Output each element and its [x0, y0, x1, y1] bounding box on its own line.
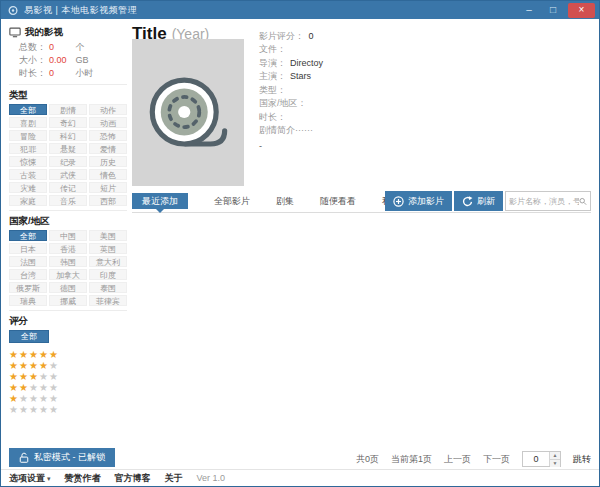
- tag-奇幻[interactable]: 奇幻: [49, 117, 87, 128]
- rating-filter-5-stars[interactable]: ★★★★★: [9, 347, 127, 358]
- tag-冒险[interactable]: 冒险: [9, 130, 47, 141]
- next-page-button[interactable]: 下一页: [483, 453, 510, 466]
- detail-field: 类型：: [259, 84, 323, 98]
- tag-德国[interactable]: 德国: [49, 282, 87, 293]
- jump-button[interactable]: 跳转: [573, 453, 591, 466]
- search-box: [505, 191, 591, 211]
- field-label: 类型：: [259, 85, 286, 95]
- add-movie-button[interactable]: 添加影片: [385, 191, 452, 211]
- my-videos-stats: 总数：0 个大小：0.00 GB时长：0 小时: [19, 41, 127, 80]
- tag-灾难[interactable]: 灾难: [9, 182, 47, 193]
- tag-瑞典[interactable]: 瑞典: [9, 295, 47, 306]
- tab-全部影片[interactable]: 全部影片: [214, 193, 250, 209]
- app-body: 我的影视 总数：0 个大小：0.00 GB时长：0 小时 类型 全部剧情动作喜剧…: [1, 19, 599, 486]
- private-mode-button[interactable]: 私密模式 - 已解锁: [9, 448, 115, 467]
- tag-香港[interactable]: 香港: [49, 243, 87, 254]
- tag-古装[interactable]: 古装: [9, 169, 47, 180]
- maximize-button[interactable]: □: [541, 3, 565, 18]
- tag-剧情[interactable]: 剧情: [49, 104, 87, 115]
- footer-link-2[interactable]: 赞赏作者: [64, 472, 100, 485]
- tag-动画[interactable]: 动画: [89, 117, 127, 128]
- tag-纪录[interactable]: 纪录: [49, 156, 87, 167]
- stat-value: 0: [49, 41, 73, 54]
- tag-中国[interactable]: 中国: [49, 230, 87, 241]
- score-value: 0: [309, 31, 314, 41]
- tag-俄罗斯[interactable]: 俄罗斯: [9, 282, 47, 293]
- rating-filter-3-stars[interactable]: ★★★★★: [9, 369, 127, 380]
- tag-全部[interactable]: 全部: [9, 230, 47, 241]
- tag-菲律宾[interactable]: 菲律宾: [89, 295, 127, 306]
- rating-filter-2-stars[interactable]: ★★★★★: [9, 380, 127, 391]
- tag-情色[interactable]: 情色: [89, 169, 127, 180]
- tag-惊悚[interactable]: 惊悚: [9, 156, 47, 167]
- tag-短片[interactable]: 短片: [89, 182, 127, 193]
- footer-link-1[interactable]: 选项设置 ▾: [9, 472, 50, 485]
- tag-挪威[interactable]: 挪威: [49, 295, 87, 306]
- chevron-down-icon: ▾: [45, 475, 50, 482]
- tag-武侠[interactable]: 武侠: [49, 169, 87, 180]
- tag-爱情[interactable]: 爱情: [89, 143, 127, 154]
- rating-filter-0-stars[interactable]: ★★★★★: [9, 402, 127, 413]
- footer-link-3[interactable]: 官方博客: [114, 472, 150, 485]
- refresh-button[interactable]: 刷新: [454, 191, 503, 211]
- tag-泰国[interactable]: 泰国: [89, 282, 127, 293]
- window-controls: – □ ×: [517, 1, 595, 19]
- tag-韩国[interactable]: 韩国: [49, 256, 87, 267]
- tag-音乐[interactable]: 音乐: [49, 195, 87, 206]
- tag-台湾[interactable]: 台湾: [9, 269, 47, 280]
- tag-喜剧[interactable]: 喜剧: [9, 117, 47, 128]
- close-button[interactable]: ×: [568, 3, 595, 18]
- stat-value: 0: [49, 67, 73, 80]
- tag-家庭[interactable]: 家庭: [9, 195, 47, 206]
- prev-page-button[interactable]: 上一页: [444, 453, 471, 466]
- tag-悬疑[interactable]: 悬疑: [49, 143, 87, 154]
- tag-美国[interactable]: 美国: [89, 230, 127, 241]
- spinner-down-icon[interactable]: ▼: [550, 460, 560, 467]
- tag-传记[interactable]: 传记: [49, 182, 87, 193]
- tag-科幻[interactable]: 科幻: [49, 130, 87, 141]
- window-title: 易影视 | 本地电影视频管理: [24, 4, 137, 17]
- tag-意大利[interactable]: 意大利: [89, 256, 127, 267]
- field-value: Stars: [290, 71, 311, 81]
- tag-恐怖[interactable]: 恐怖: [89, 130, 127, 141]
- tab-随便看看[interactable]: 随便看看: [320, 193, 356, 209]
- search-input[interactable]: [509, 197, 579, 206]
- detail-field: 主演：Stars: [259, 70, 323, 84]
- star-icon: ★: [39, 404, 49, 415]
- tag-法国[interactable]: 法国: [9, 256, 47, 267]
- genre-section-title: 类型: [9, 89, 127, 101]
- tag-全部[interactable]: 全部: [9, 104, 47, 115]
- stat-unit: GB: [73, 55, 89, 65]
- app-window: 易影视 | 本地电影视频管理 – □ × 我的影视 总数：0 个大小：0.00 …: [0, 0, 600, 487]
- field-label: 主演：: [259, 71, 286, 81]
- rating-rows: ★★★★★★★★★★★★★★★★★★★★★★★★★★★★★★: [9, 347, 127, 413]
- rating-all-button[interactable]: 全部: [9, 330, 49, 343]
- star-icon: ★: [29, 404, 39, 415]
- tag-历史[interactable]: 历史: [89, 156, 127, 167]
- tag-印度[interactable]: 印度: [89, 269, 127, 280]
- tab-最近添加[interactable]: 最近添加: [132, 193, 188, 209]
- tag-犯罪[interactable]: 犯罪: [9, 143, 47, 154]
- tag-加拿大[interactable]: 加拿大: [49, 269, 87, 280]
- unlock-icon: [19, 452, 29, 463]
- add-movie-label: 添加影片: [408, 195, 444, 208]
- minimize-button[interactable]: –: [517, 3, 541, 18]
- star-icon: ★: [9, 404, 19, 415]
- page-number-input[interactable]: [523, 452, 549, 466]
- rating-filter-4-stars[interactable]: ★★★★★: [9, 358, 127, 369]
- tab-剧集[interactable]: 剧集: [276, 193, 294, 209]
- stat-unit: 小时: [73, 68, 94, 78]
- field-value: Directoy: [290, 58, 323, 68]
- tag-英国[interactable]: 英国: [89, 243, 127, 254]
- detail-field: 文件：: [259, 43, 323, 57]
- field-label: 时长：: [259, 112, 286, 122]
- tag-日本[interactable]: 日本: [9, 243, 47, 254]
- stat-unit: 个: [73, 42, 85, 52]
- divider: [9, 210, 127, 211]
- tag-西部[interactable]: 西部: [89, 195, 127, 206]
- tag-动作[interactable]: 动作: [89, 104, 127, 115]
- rating-filter-1-stars[interactable]: ★★★★★: [9, 391, 127, 402]
- movie-score: 影片评分： 0: [259, 30, 314, 43]
- spinner-up-icon[interactable]: ▲: [550, 452, 560, 460]
- footer-link-4[interactable]: 关于: [164, 472, 182, 485]
